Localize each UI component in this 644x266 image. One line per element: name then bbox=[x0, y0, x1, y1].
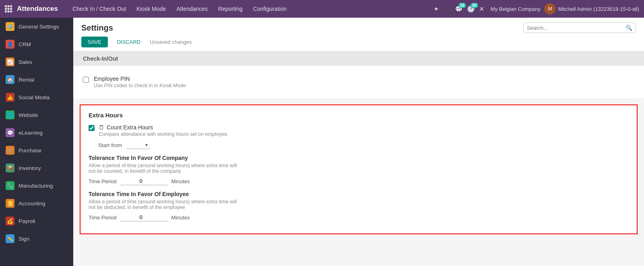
settings-body: Check-In/Out Employee PIN Use PIN codes … bbox=[73, 51, 644, 266]
sidebar-item-elearning[interactable]: 💬 eLearning bbox=[0, 124, 73, 141]
svg-rect-8 bbox=[10, 10, 12, 12]
nav-attendances[interactable]: Attendances bbox=[171, 3, 213, 14]
main-content: Settings 🔍 SAVE DISCARD Unsaved changes … bbox=[73, 18, 644, 266]
website-icon: 🌐 bbox=[6, 110, 14, 119]
svg-rect-4 bbox=[8, 8, 10, 10]
sidebar: ⚙️ General Settings 👤 CRM 📈 Sales 🏠 Rent… bbox=[0, 18, 73, 266]
sidebar-label-purchase: Purchase bbox=[19, 147, 41, 153]
sidebar-label-manufacturing: Manufacturing bbox=[19, 183, 53, 189]
phone-icon[interactable]: 📞 bbox=[443, 5, 451, 13]
payroll-icon: 💰 bbox=[6, 217, 14, 225]
search-input[interactable] bbox=[527, 25, 625, 31]
svg-rect-7 bbox=[8, 10, 10, 12]
sidebar-item-purchase[interactable]: 🛒 Purchase bbox=[0, 141, 73, 159]
nav-configuration[interactable]: Configuration bbox=[248, 3, 291, 14]
tolerance-employee-title: Tolerance Time In Favor Of Employee bbox=[89, 191, 629, 197]
search-icon: 🔍 bbox=[625, 25, 632, 31]
sidebar-item-sign[interactable]: ✏️ Sign bbox=[0, 230, 73, 248]
minutes-employee-label: Minutes bbox=[171, 215, 190, 221]
checkin-title: Check-In/Out bbox=[83, 55, 118, 62]
sidebar-label-website: Website bbox=[19, 112, 38, 118]
sign-icon: ✏️ bbox=[6, 234, 14, 243]
chat-badge: 16 bbox=[458, 3, 466, 8]
app-title: Attendances bbox=[17, 5, 58, 13]
employee-pin-checkbox[interactable] bbox=[83, 77, 89, 83]
time-period-employee-label: Time Period bbox=[89, 215, 117, 221]
tolerance-company-desc: Allow a period of time (around working h… bbox=[89, 163, 629, 174]
nav-right: ✦ 📞 💬 16 🕐 40 ✕ My Belgian Company M Mit… bbox=[433, 3, 639, 14]
sidebar-label-sales: Sales bbox=[19, 59, 32, 65]
sidebar-label-crm: CRM bbox=[19, 41, 31, 47]
sidebar-label-general: General Settings bbox=[19, 24, 59, 30]
nav-reporting[interactable]: Reporting bbox=[213, 3, 248, 14]
employee-pin-row: Employee PIN Use PIN codes to check in i… bbox=[83, 72, 634, 92]
minutes-company-label: Minutes bbox=[171, 178, 190, 184]
sidebar-item-manufacturing[interactable]: 🔧 Manufacturing bbox=[0, 177, 73, 194]
discard-button[interactable]: DISCARD bbox=[111, 36, 147, 48]
elearning-icon: 💬 bbox=[6, 128, 14, 137]
time-period-employee-row: Time Period Minutes bbox=[89, 213, 629, 221]
start-from-label: Start from bbox=[98, 142, 122, 148]
time-period-employee-input[interactable] bbox=[120, 213, 168, 221]
chat-icon[interactable]: 💬 16 bbox=[455, 5, 463, 13]
star-icon[interactable]: ✦ bbox=[433, 5, 439, 13]
clock-badge: 40 bbox=[471, 3, 478, 8]
avatar: M bbox=[544, 3, 555, 14]
company-name[interactable]: My Belgian Company bbox=[491, 6, 541, 12]
general-settings-icon: ⚙️ bbox=[6, 22, 14, 31]
sidebar-item-crm[interactable]: 👤 CRM bbox=[0, 35, 73, 53]
tolerance-employee-desc: Allow a period of time (around working h… bbox=[89, 199, 629, 210]
svg-rect-2 bbox=[10, 5, 12, 7]
top-nav: Attendances Check In / Check Out Kiosk M… bbox=[0, 0, 644, 18]
search-bar[interactable]: 🔍 bbox=[523, 23, 636, 33]
start-from-select[interactable] bbox=[126, 141, 150, 149]
nav-menu: Check In / Check Out Kiosk Mode Attendan… bbox=[68, 3, 432, 14]
time-period-company-row: Time Period Minutes bbox=[89, 177, 629, 185]
time-period-company-input[interactable] bbox=[120, 177, 168, 185]
count-extra-desc: Compare attendance with working hours se… bbox=[99, 131, 228, 137]
checkin-section: Check-In/Out Employee PIN Use PIN codes … bbox=[73, 51, 644, 98]
count-extra-checkbox[interactable] bbox=[89, 125, 95, 131]
sidebar-label-payroll: Payroll bbox=[19, 218, 35, 224]
tolerance-company-section: Tolerance Time In Favor Of Company Allow… bbox=[89, 155, 629, 185]
sidebar-item-inventory[interactable]: 📦 Inventory bbox=[0, 159, 73, 177]
employee-pin-checkbox-wrap bbox=[83, 77, 89, 84]
social-icon: 👍 bbox=[6, 93, 14, 102]
accounting-icon: 📒 bbox=[6, 199, 14, 208]
extra-hours-title: Extra Hours bbox=[89, 112, 629, 119]
sidebar-item-social[interactable]: 👍 Social Media bbox=[0, 88, 73, 106]
svg-rect-0 bbox=[5, 5, 7, 7]
manufacturing-icon: 🔧 bbox=[6, 181, 14, 190]
start-from-row: Start from ▼ bbox=[98, 141, 629, 149]
nav-checkin[interactable]: Check In / Check Out bbox=[68, 3, 131, 14]
toolbar: SAVE DISCARD Unsaved changes bbox=[81, 36, 636, 51]
close-icon[interactable]: ✕ bbox=[479, 5, 484, 13]
sidebar-item-accounting[interactable]: 📒 Accounting bbox=[0, 194, 73, 212]
checkin-body: Employee PIN Use PIN codes to check in i… bbox=[73, 66, 644, 98]
employee-pin-desc: Use PIN codes to check in in Kiosk Mode bbox=[94, 83, 186, 88]
sidebar-item-website[interactable]: 🌐 Website bbox=[0, 106, 73, 124]
clock-icon[interactable]: 🕐 40 bbox=[467, 5, 475, 13]
start-from-wrapper: ▼ bbox=[126, 141, 150, 149]
unsaved-label: Unsaved changes bbox=[150, 39, 192, 45]
rental-icon: 🏠 bbox=[6, 75, 14, 84]
extra-hours-box: Extra Hours 🗒 Count Extra Hours Compare … bbox=[80, 104, 638, 234]
save-button[interactable]: SAVE bbox=[81, 37, 108, 47]
sidebar-label-accounting: Accounting bbox=[19, 201, 45, 207]
user-info[interactable]: M Mitchell Admin (13223618-15-0-all) bbox=[544, 3, 639, 14]
sidebar-label-inventory: Inventory bbox=[19, 165, 41, 171]
checkin-section-header: Check-In/Out bbox=[73, 51, 644, 66]
page-header: Settings 🔍 SAVE DISCARD Unsaved changes bbox=[73, 18, 644, 51]
grid-icon[interactable] bbox=[5, 5, 12, 12]
sidebar-label-elearning: eLearning bbox=[19, 130, 43, 136]
sidebar-item-rental[interactable]: 🏠 Rental bbox=[0, 71, 73, 88]
sidebar-item-payroll[interactable]: 💰 Payroll bbox=[0, 212, 73, 230]
purchase-icon: 🛒 bbox=[6, 146, 14, 155]
time-period-company-label: Time Period bbox=[89, 178, 117, 184]
tolerance-employee-section: Tolerance Time In Favor Of Employee Allo… bbox=[89, 191, 629, 221]
nav-kiosk[interactable]: Kiosk Mode bbox=[132, 3, 171, 14]
sidebar-item-general[interactable]: ⚙️ General Settings bbox=[0, 18, 73, 35]
count-extra-row: 🗒 Count Extra Hours Compare attendance w… bbox=[89, 124, 629, 137]
sidebar-item-sales[interactable]: 📈 Sales bbox=[0, 53, 73, 71]
sidebar-label-sign: Sign bbox=[19, 236, 29, 242]
